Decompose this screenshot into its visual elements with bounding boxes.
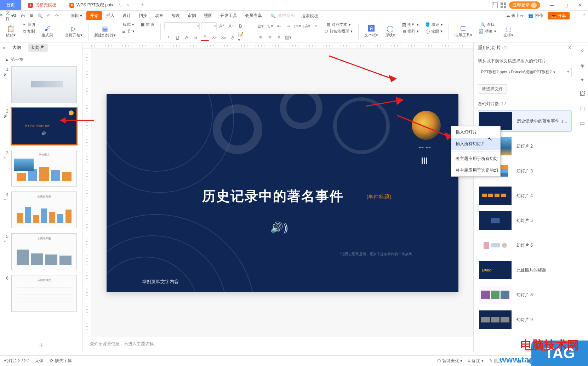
format-painter-button[interactable]: 🖌格式刷 (39, 24, 55, 39)
slide-audio-icon[interactable]: 🔊⸩ (270, 221, 288, 234)
reuse-item-8[interactable]: 幻灯片 8 (478, 285, 572, 305)
fontcolor-icon[interactable]: S (192, 33, 200, 41)
undo-icon[interactable]: ↶ (45, 12, 52, 20)
reset-button[interactable]: ▦ 重 置 (139, 21, 157, 28)
side-icon-ai[interactable]: ✧ (580, 47, 584, 54)
thumb-1[interactable]: 1🔊 (4, 66, 79, 103)
window-icon-2[interactable] (501, 2, 506, 8)
copy-button[interactable]: ⧉复制 (21, 28, 37, 35)
minimize-button[interactable]: — (546, 0, 558, 10)
linespace-icon[interactable]: ↕≡▾ (293, 22, 301, 30)
file-menu[interactable]: ☰ 文件 ▾ (2, 12, 10, 20)
ctx-theme-all[interactable]: 将主题应用于所有幻灯 (451, 153, 500, 165)
share-button[interactable]: 📤 分享 (548, 12, 570, 19)
menu-animation[interactable]: 动画 (152, 11, 167, 20)
reuse-item-9[interactable]: 幻灯片 9 (478, 309, 572, 330)
start-from-current-button[interactable]: ▷当页开始▾ (63, 24, 85, 39)
paste-button[interactable]: 📋粘贴▾ (3, 24, 18, 39)
alignr-icon[interactable]: ≡ (266, 33, 274, 41)
bold-icon[interactable]: B (236, 22, 244, 30)
sub-icon[interactable]: X₂ (219, 33, 227, 41)
fontsize-select[interactable]: ▾ (201, 22, 217, 30)
reuse-item-4[interactable]: 幻灯片 4 (478, 185, 572, 206)
chevron-icon[interactable]: ⌃ (582, 13, 586, 18)
alignl-icon[interactable]: ≡ (312, 22, 320, 30)
chapter-header[interactable]: ▸ 第一章 (0, 53, 82, 66)
underline-icon[interactable]: U (173, 33, 181, 41)
alignc-icon[interactable]: ≡ (257, 33, 264, 41)
section-button[interactable]: ☰ 节▾ (120, 28, 137, 35)
clearfmt-icon[interactable]: A͓ (229, 33, 236, 41)
open-icon[interactable]: 🗁 (19, 12, 27, 20)
maximize-button[interactable]: ▢ (560, 0, 572, 10)
cut-button[interactable]: ✂剪切 (21, 21, 37, 28)
status-missing-font[interactable]: ⟳ 缺失字体 (50, 358, 72, 364)
present-tools-button[interactable]: 🖵演示工具▾ (452, 24, 474, 39)
window-icon-1[interactable] (492, 2, 498, 8)
menu-transition[interactable]: 切换 (135, 11, 151, 20)
thumb-4[interactable]: 4✦ 示例条形图 (4, 191, 79, 228)
menu-vip[interactable]: 会员专享 (241, 11, 266, 20)
columns-icon[interactable]: ▥▾ (284, 33, 292, 41)
menu-review[interactable]: 审阅 (184, 11, 200, 20)
outline-tab[interactable]: 大纲 (9, 44, 24, 52)
slide-title[interactable]: 历史记录中的著名事件 (202, 187, 344, 205)
tab-home[interactable]: 首页 (0, 0, 22, 10)
numbers-icon[interactable]: ⒈▾ (266, 22, 274, 30)
tab-document[interactable]: P WPS PPT教程.pptx ↻ × (63, 0, 136, 10)
textdir-icon[interactable]: ↕A▾ (303, 22, 310, 30)
select-button[interactable]: ⬚选择▾ (501, 24, 516, 39)
refresh-icon[interactable]: ↻ (118, 3, 122, 8)
edit-menu[interactable]: 编辑 ▾ (67, 11, 86, 20)
add-slide-button[interactable]: + (0, 338, 82, 352)
replace-button[interactable]: 🔄 替换▾ (476, 28, 498, 35)
indentr-icon[interactable]: ⇥ (284, 22, 292, 30)
thumb-5[interactable]: 5✦ 示例系列图 (4, 233, 79, 270)
tab-template[interactable]: ✦ 找稻壳模板 (22, 0, 63, 10)
highlight-icon[interactable]: A (201, 33, 209, 41)
save-icon[interactable]: 🖫 (11, 12, 18, 20)
image-button[interactable]: 🖼 图片▾ (400, 21, 421, 28)
side-icon-shape[interactable]: ◳ (580, 105, 585, 112)
ctx-theme-selected[interactable]: 将主题应用于选定的幻 (451, 165, 500, 176)
side-icon-page[interactable]: ▭ (580, 120, 585, 126)
new-tab-button[interactable]: + (136, 0, 149, 10)
reuse-item-7[interactable]: E=mc²此处照片的标题 (478, 260, 572, 280)
status-beautify[interactable]: ⬡ 智能美化 ▾ (437, 358, 462, 364)
close-tab-icon[interactable]: × (127, 2, 130, 8)
bullets-icon[interactable]: ≣▾ (257, 22, 264, 30)
align-text-button[interactable]: ▥ 对齐文本▾ (325, 21, 353, 28)
textbox-button[interactable]: 🅰文本框▾ (362, 24, 380, 39)
menu-view[interactable]: 视图 (200, 11, 216, 20)
textfx-icon[interactable]: 📝▾ (238, 33, 246, 41)
preview-icon[interactable]: 🔍 (36, 12, 44, 20)
status-notes[interactable]: ≡ 备注 ▾ (468, 358, 484, 364)
collapse-left-icon[interactable]: « (3, 45, 5, 50)
alignj-icon[interactable]: ≡ (275, 33, 283, 41)
grow-font-icon[interactable]: A⁺ (218, 22, 226, 30)
new-slide-button[interactable]: ▤新建幻灯片▾ (92, 24, 118, 39)
slide-footer[interactable]: 举例页脚文字内容 (142, 279, 179, 285)
arrange-button[interactable]: ▤ 排列▾ (400, 28, 421, 35)
strike-icon[interactable]: A̶ (183, 33, 190, 41)
status-font[interactable]: 无体 (35, 358, 44, 364)
indentl-icon[interactable]: ⇤ (275, 22, 283, 30)
ctx-insert-slide[interactable]: 插入幻灯片 (451, 126, 500, 138)
smart-graphic-button[interactable]: ⬡ 转智能图形▾ (322, 28, 355, 35)
search-input[interactable] (301, 13, 330, 18)
menu-insert[interactable]: 插入 (103, 11, 118, 20)
ctx-insert-all[interactable]: 插入所有幻灯片 (451, 138, 500, 150)
slide-canvas[interactable]: ⌒⌒ 历史记录中的著名事件 (事件标题) 🔊⸩ *但历史记录是黑，逐条了这条事件… (107, 94, 458, 292)
side-icon-image[interactable]: 🖼 (580, 91, 585, 97)
reuse-item-5[interactable]: 幻灯片 5 (478, 210, 572, 231)
more-icon[interactable]: ⋮ (574, 13, 578, 18)
outline-button[interactable]: ◯ 轮廓▾ (423, 28, 445, 35)
slide-subtitle[interactable]: (事件标题) (367, 194, 392, 200)
slides-tab[interactable]: 幻灯片 (28, 44, 48, 52)
shape-button[interactable]: ◯形状▾ (382, 24, 398, 39)
reuse-choose-file[interactable]: 请选择文件 (478, 84, 507, 94)
menu-slideshow[interactable]: 放映 (168, 11, 183, 20)
thumb-2[interactable]: 2🔊 历史记录中的著名事件 🔊 (4, 108, 79, 145)
print-icon[interactable]: 🖶 (28, 12, 35, 20)
login-button[interactable]: 立即登录 (509, 1, 540, 9)
